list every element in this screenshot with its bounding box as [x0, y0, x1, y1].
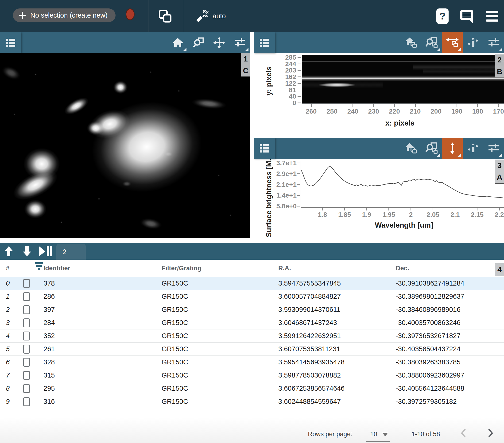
- box-zoom-matched-button[interactable]: [421, 138, 442, 159]
- tick-mark: [298, 76, 301, 77]
- data-layers-button[interactable]: [254, 138, 275, 159]
- table-toolbar: 2: [0, 243, 504, 260]
- table-row[interactable]: 4352GR150C3.599126422632951-30.397365326…: [0, 329, 504, 342]
- row-index: 3: [6, 316, 10, 329]
- spectrum2d-image[interactable]: [302, 55, 504, 103]
- row-checkbox[interactable]: [23, 358, 30, 367]
- feedback-button[interactable]: [460, 9, 475, 25]
- galaxy-image[interactable]: [0, 53, 250, 238]
- hamburger-menu-button[interactable]: [486, 11, 498, 22]
- table-row[interactable]: 5261GR150C3.607075353811231-30.403585044…: [0, 342, 504, 356]
- home-matched-zoom-button[interactable]: [401, 138, 421, 159]
- row-ra: 3.5954145693935478: [278, 356, 344, 369]
- link-data-icon[interactable]: [158, 9, 172, 24]
- row-checkbox[interactable]: [23, 345, 30, 354]
- tick-mark: [298, 102, 301, 103]
- toolbar-divider: [148, 0, 148, 32]
- subset-color-dot[interactable]: [126, 8, 135, 20]
- subset-selection-button[interactable]: No selection (create new): [13, 8, 116, 22]
- tick-label: 220: [385, 108, 404, 115]
- col-header-index[interactable]: #: [6, 260, 9, 277]
- magic-wand-icon[interactable]: [195, 9, 209, 23]
- galaxy-blob: [87, 121, 105, 135]
- box-zoom-matched-button[interactable]: [421, 32, 442, 53]
- pan-zoom-y-button[interactable]: [442, 138, 463, 159]
- box-zoom-button[interactable]: [188, 32, 209, 53]
- tick-label: 1.9: [357, 211, 376, 219]
- row-ra: 3.600057704884827: [278, 290, 341, 303]
- tick-label: 3.7e+1: [269, 159, 297, 167]
- table-row[interactable]: 9316GR150C3.602448854559647-30.397257930…: [0, 395, 504, 408]
- select-column-button[interactable]: [463, 32, 483, 53]
- filter-rows-icon[interactable]: [34, 260, 44, 268]
- viewer-letter: B: [497, 67, 502, 76]
- tick-label: 2.15: [468, 211, 487, 219]
- rows-per-page-select[interactable]: 10: [370, 429, 377, 439]
- table-row[interactable]: 0378GR150C3.594757555347845-30.391038627…: [0, 277, 504, 290]
- row-checkbox[interactable]: [23, 292, 30, 301]
- row-identifier: 261: [43, 342, 55, 356]
- spectrum1d-viewer-panel: Surface brightness [M. 3.7e+12.9e+12.1e+…: [254, 138, 504, 238]
- table-row[interactable]: 1286GR150C3.600057704884827-30.389698012…: [0, 290, 504, 303]
- table-body: 0378GR150C3.594757555347845-30.391038627…: [0, 277, 504, 408]
- pan-zoom-x-matched-button[interactable]: [442, 32, 463, 53]
- viewer-number: 2: [497, 56, 502, 64]
- help-button[interactable]: ?: [436, 8, 449, 24]
- row-identifier: 352: [43, 329, 55, 342]
- tick-mark: [298, 90, 301, 90]
- col-header-filter-grating[interactable]: Filter/Grating: [162, 260, 201, 277]
- row-checkbox[interactable]: [23, 397, 30, 406]
- home-matched-zoom-button[interactable]: [401, 32, 421, 53]
- galaxy-blob: [62, 94, 91, 118]
- row-ra: 3.607075353811231: [278, 342, 340, 356]
- tick-label: 2.05: [424, 211, 442, 219]
- table-row[interactable]: 6328GR150C3.5954145693935478-30.38039263…: [0, 356, 504, 369]
- col-header-identifier[interactable]: Identifier: [43, 260, 70, 277]
- dropdown-arrow-icon[interactable]: [382, 433, 388, 436]
- pan-button[interactable]: [209, 32, 230, 53]
- previous-page-button[interactable]: [458, 428, 469, 439]
- table-row[interactable]: 7315GR150C3.598778503078882-30.388006923…: [0, 369, 504, 382]
- plot-options-button[interactable]: [483, 138, 504, 159]
- plot-options-button[interactable]: [230, 32, 250, 53]
- tick-label: 240: [343, 108, 362, 115]
- row-checkbox[interactable]: [23, 332, 30, 341]
- table-row[interactable]: 3284GR150C3.60468671437243-30.4003570086…: [0, 316, 504, 329]
- spectrum1d-curve-line: [301, 167, 503, 198]
- viewer-badge-2: 2 B: [495, 54, 504, 77]
- row-checkbox[interactable]: [23, 318, 30, 327]
- plot-options-button[interactable]: [483, 32, 504, 53]
- table-row[interactable]: 8295GR150C3.6067253856574646-30.40556412…: [0, 382, 504, 395]
- row-dec: -30.388006923602997: [396, 369, 464, 382]
- select-column-button[interactable]: [463, 138, 483, 159]
- row-index: 1: [6, 290, 10, 303]
- next-row-button[interactable]: [18, 243, 36, 260]
- chevron-left-icon: [458, 428, 469, 438]
- image-viewer-toolbar: [0, 32, 250, 53]
- faint-galaxy-blob: [122, 181, 131, 187]
- col-header-ra[interactable]: R.A.: [278, 260, 291, 277]
- select-underline: [366, 441, 390, 442]
- next-page-button[interactable]: [485, 428, 496, 439]
- data-layers-button[interactable]: [0, 32, 21, 53]
- home-reset-zoom-button[interactable]: [167, 32, 188, 53]
- data-layers-button[interactable]: [254, 32, 275, 53]
- table-row[interactable]: 2397GR150C3.593099014370611-30.384608969…: [0, 303, 504, 316]
- sliders-icon: [488, 38, 499, 48]
- tick-label: 1.95: [379, 211, 398, 219]
- row-filter-grating: GR150C: [162, 356, 188, 369]
- row-checkbox[interactable]: [23, 279, 30, 288]
- row-ra: 3.602448854559647: [278, 395, 341, 408]
- previous-row-button[interactable]: [0, 243, 17, 260]
- row-index: 8: [6, 382, 10, 395]
- row-checkbox[interactable]: [23, 371, 30, 380]
- spectrum1d-plot[interactable]: [301, 161, 504, 207]
- col-header-dec[interactable]: Dec.: [396, 260, 409, 277]
- row-checkbox[interactable]: [23, 384, 30, 393]
- play-pause-cycle-button[interactable]: [37, 243, 54, 260]
- pan-arrows-icon: [213, 37, 225, 49]
- tick-mark: [297, 195, 300, 196]
- cycle-delay-tab[interactable]: 2: [56, 244, 86, 260]
- tick-label: 200: [427, 108, 446, 115]
- row-checkbox[interactable]: [23, 305, 30, 314]
